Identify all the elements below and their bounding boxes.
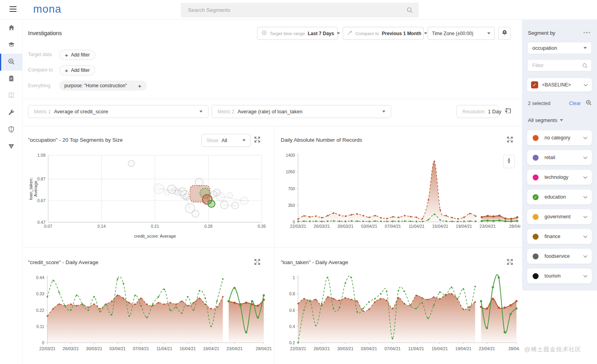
svg-text:03/04/21: 03/04/21 bbox=[109, 346, 126, 351]
svg-text:0.21: 0.21 bbox=[151, 224, 159, 229]
sidebar-item-settings[interactable] bbox=[0, 105, 23, 122]
search-icon bbox=[406, 7, 413, 15]
segment-item-tourism[interactable]: tourism bbox=[527, 268, 592, 283]
more-options-icon[interactable] bbox=[584, 32, 590, 33]
show-dropdown[interactable]: Show All bbox=[201, 134, 251, 147]
svg-text:Average: Average bbox=[33, 181, 38, 197]
segment-item-foodservice[interactable]: foodservice bbox=[527, 249, 592, 264]
segment-item-no-category[interactable]: no category bbox=[527, 130, 592, 145]
chevron-down-icon bbox=[382, 111, 385, 113]
chevron-down-icon[interactable] bbox=[584, 254, 588, 258]
info-triangle-icon bbox=[8, 143, 15, 152]
segment-item-technology[interactable]: technology bbox=[527, 170, 592, 185]
segment-item-education[interactable]: ✓education bbox=[527, 190, 592, 205]
segment-label: foodservice bbox=[544, 253, 570, 259]
time-zone-dropdown[interactable]: Time Zone (±00:00) bbox=[428, 27, 495, 40]
menu-icon[interactable] bbox=[9, 6, 17, 13]
book-icon bbox=[8, 92, 15, 101]
sidebar-item-reports[interactable] bbox=[0, 71, 23, 88]
segment-label: tourism bbox=[544, 273, 561, 279]
search-input[interactable] bbox=[181, 3, 419, 17]
loan-chart-title: "loan_taken" - Daily Average bbox=[281, 259, 348, 265]
search-plus-icon bbox=[8, 58, 15, 67]
resolution-dropdown[interactable]: Resolution 1 Day bbox=[456, 105, 498, 118]
sidebar-item-models[interactable] bbox=[0, 37, 23, 54]
svg-text:0.8: 0.8 bbox=[289, 291, 295, 296]
top-bar: mona bbox=[0, 0, 597, 20]
chevron-down-icon[interactable] bbox=[584, 175, 588, 179]
everything-label: Everything bbox=[28, 83, 51, 88]
chevron-down-icon[interactable] bbox=[584, 274, 588, 278]
zoom-plus-icon[interactable] bbox=[586, 99, 592, 107]
svg-text:11/04/21: 11/04/21 bbox=[408, 346, 424, 351]
scatter-chart-title: "occupation" - 20 Top Segments by Size bbox=[28, 137, 123, 143]
sidebar-item-security[interactable] bbox=[0, 122, 23, 139]
expand-records-button[interactable] bbox=[507, 137, 513, 144]
compare-to-label: Compare to bbox=[28, 67, 53, 73]
logo: mona bbox=[33, 3, 62, 15]
chevron-down-icon bbox=[337, 32, 340, 34]
segment-label: retail bbox=[544, 155, 555, 160]
segment-item-retail[interactable]: retail bbox=[527, 150, 592, 165]
segment-item-government[interactable]: government bbox=[527, 209, 592, 224]
area-select-button[interactable] bbox=[504, 107, 512, 116]
expand-icon bbox=[507, 138, 513, 144]
metric1-dropdown[interactable]: Metric 1 Average of credit_score bbox=[28, 105, 208, 118]
target-time-range-dropdown[interactable]: Target time range Last 7 Days bbox=[257, 27, 338, 40]
svg-text:03/04/21: 03/04/21 bbox=[361, 224, 377, 229]
sidebar-item-home[interactable] bbox=[0, 20, 23, 37]
svg-text:0.2: 0.2 bbox=[289, 340, 295, 345]
segment-by-dropdown[interactable]: occupation bbox=[527, 42, 592, 54]
svg-text:22/03/21: 22/03/21 bbox=[39, 346, 56, 351]
add-alert-button[interactable] bbox=[498, 27, 511, 40]
expand-scatter-button[interactable] bbox=[254, 137, 260, 144]
global-search bbox=[181, 3, 419, 17]
all-segments-toggle[interactable]: All segments bbox=[528, 117, 563, 123]
svg-text:1400: 1400 bbox=[286, 153, 295, 158]
baseline-checkbox[interactable]: ✓ bbox=[531, 81, 538, 88]
segment-item-finance[interactable]: finance bbox=[527, 229, 592, 244]
svg-text:07/04/21: 07/04/21 bbox=[385, 346, 401, 351]
chevron-down-icon[interactable] bbox=[584, 83, 588, 86]
segment-label: government bbox=[544, 214, 571, 220]
svg-text:19/04/21: 19/04/21 bbox=[455, 346, 471, 351]
sidebar-item-alerts[interactable] bbox=[0, 139, 23, 156]
expand-credit-button[interactable] bbox=[254, 259, 260, 266]
left-sidebar bbox=[0, 20, 23, 364]
chevron-down-icon[interactable] bbox=[584, 155, 588, 159]
svg-text:0.14: 0.14 bbox=[98, 224, 106, 229]
sidebar-item-docs[interactable] bbox=[0, 88, 23, 105]
metric2-dropdown[interactable]: Metric 2 Average (rate) of loan_taken bbox=[212, 105, 391, 118]
segment-color-dot bbox=[533, 155, 539, 161]
loan-taken-chart: 0.20.40.60.8122/03/2126/03/2130/03/2103/… bbox=[276, 272, 519, 357]
segment-by-title: Segment by bbox=[528, 30, 555, 36]
chevron-down-icon[interactable] bbox=[584, 234, 588, 238]
clear-selection-link[interactable]: Clear bbox=[569, 101, 581, 106]
svg-text:1: 1 bbox=[293, 275, 295, 280]
filter-chip[interactable]: purpose: "Home construction" × bbox=[59, 81, 141, 91]
svg-text:0.6: 0.6 bbox=[289, 308, 295, 313]
expand-icon bbox=[254, 260, 260, 266]
svg-text:22/03/21: 22/03/21 bbox=[290, 346, 306, 351]
chevron-down-icon[interactable] bbox=[584, 195, 588, 199]
chevron-down-icon bbox=[199, 111, 203, 113]
wrench-icon bbox=[8, 109, 15, 118]
svg-text:26/03/21: 26/03/21 bbox=[314, 346, 330, 351]
chevron-down-icon[interactable] bbox=[584, 214, 588, 218]
baseline-segment-item[interactable]: ✓ <BASELINE> bbox=[527, 78, 592, 92]
segment-label: education bbox=[544, 194, 566, 200]
sidebar-item-investigations[interactable] bbox=[0, 54, 23, 71]
chevron-down-icon[interactable] bbox=[584, 135, 588, 139]
compare-to-add-filter-button[interactable]: + Add filter bbox=[59, 65, 95, 75]
segment-color-dot: ✓ bbox=[533, 194, 539, 200]
expand-loan-button[interactable] bbox=[507, 259, 513, 266]
add-everything-filter-button[interactable]: + bbox=[133, 81, 147, 91]
svg-text:15/04/21: 15/04/21 bbox=[432, 346, 448, 351]
divider bbox=[23, 99, 522, 99]
compare-to-dropdown[interactable]: Compare to Previous 1 Month bbox=[343, 27, 424, 40]
segment-list: no categoryretailtechnology✓educationgov… bbox=[527, 130, 592, 288]
chevron-down-icon bbox=[560, 119, 563, 121]
target-data-add-filter-button[interactable]: + Add filter bbox=[59, 50, 95, 60]
svg-text:26/03/21: 26/03/21 bbox=[314, 224, 330, 229]
chevron-down-icon bbox=[584, 47, 587, 49]
